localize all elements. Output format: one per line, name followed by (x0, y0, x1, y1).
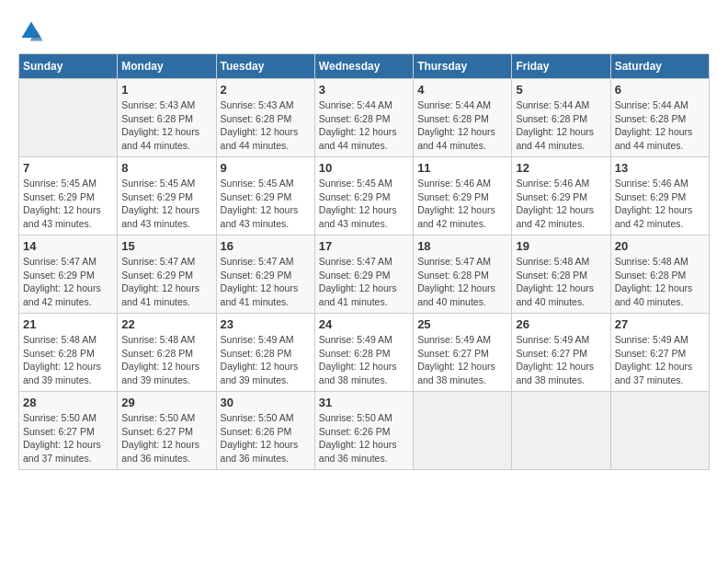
header-monday: Monday (118, 54, 216, 79)
day-info: Sunrise: 5:47 AM Sunset: 6:29 PM Dayligh… (319, 255, 409, 309)
day-number: 4 (417, 83, 507, 97)
calendar-cell: 5Sunrise: 5:44 AM Sunset: 6:28 PM Daylig… (512, 79, 610, 157)
day-number: 21 (23, 317, 113, 331)
calendar-cell: 30Sunrise: 5:50 AM Sunset: 6:26 PM Dayli… (216, 392, 314, 470)
day-number: 17 (319, 239, 409, 253)
calendar-cell: 8Sunrise: 5:45 AM Sunset: 6:29 PM Daylig… (118, 157, 216, 236)
header-thursday: Thursday (414, 54, 512, 79)
day-info: Sunrise: 5:49 AM Sunset: 6:27 PM Dayligh… (417, 333, 507, 387)
calendar-cell: 25Sunrise: 5:49 AM Sunset: 6:27 PM Dayli… (414, 314, 512, 392)
day-number: 28 (23, 396, 113, 409)
calendar-cell: 19Sunrise: 5:48 AM Sunset: 6:28 PM Dayli… (512, 236, 610, 314)
calendar-week-row: 1Sunrise: 5:43 AM Sunset: 6:28 PM Daylig… (19, 79, 710, 157)
day-info: Sunrise: 5:44 AM Sunset: 6:28 PM Dayligh… (417, 98, 507, 153)
calendar-cell: 12Sunrise: 5:46 AM Sunset: 6:29 PM Dayli… (512, 157, 610, 236)
calendar-cell: 13Sunrise: 5:46 AM Sunset: 6:29 PM Dayli… (610, 157, 709, 236)
calendar-cell: 3Sunrise: 5:44 AM Sunset: 6:28 PM Daylig… (314, 79, 413, 157)
calendar-cell (610, 392, 709, 470)
day-info: Sunrise: 5:50 AM Sunset: 6:26 PM Dayligh… (221, 411, 311, 465)
logo (18, 18, 46, 44)
calendar-cell: 24Sunrise: 5:49 AM Sunset: 6:28 PM Dayli… (314, 314, 413, 392)
calendar-cell: 26Sunrise: 5:49 AM Sunset: 6:27 PM Dayli… (512, 314, 610, 392)
day-number: 16 (221, 239, 311, 253)
calendar-week-row: 28Sunrise: 5:50 AM Sunset: 6:27 PM Dayli… (19, 392, 710, 470)
page-header (18, 18, 710, 44)
day-info: Sunrise: 5:45 AM Sunset: 6:29 PM Dayligh… (221, 177, 311, 231)
day-info: Sunrise: 5:50 AM Sunset: 6:26 PM Dayligh… (319, 411, 409, 465)
day-info: Sunrise: 5:48 AM Sunset: 6:28 PM Dayligh… (615, 255, 705, 309)
calendar-cell (414, 392, 512, 470)
day-info: Sunrise: 5:45 AM Sunset: 6:29 PM Dayligh… (23, 177, 113, 231)
day-number: 1 (121, 83, 211, 97)
calendar-cell: 21Sunrise: 5:48 AM Sunset: 6:28 PM Dayli… (19, 314, 118, 392)
day-number: 27 (615, 317, 705, 331)
day-number: 22 (121, 317, 211, 331)
calendar-cell: 18Sunrise: 5:47 AM Sunset: 6:28 PM Dayli… (414, 236, 512, 314)
day-number: 11 (417, 161, 507, 175)
day-number: 25 (417, 317, 507, 331)
calendar-cell: 6Sunrise: 5:44 AM Sunset: 6:28 PM Daylig… (610, 79, 709, 157)
calendar-week-row: 14Sunrise: 5:47 AM Sunset: 6:29 PM Dayli… (19, 236, 710, 314)
calendar-week-row: 7Sunrise: 5:45 AM Sunset: 6:29 PM Daylig… (19, 157, 710, 236)
header-wednesday: Wednesday (314, 54, 413, 79)
day-info: Sunrise: 5:47 AM Sunset: 6:29 PM Dayligh… (23, 255, 113, 309)
day-info: Sunrise: 5:49 AM Sunset: 6:27 PM Dayligh… (516, 333, 606, 387)
day-info: Sunrise: 5:45 AM Sunset: 6:29 PM Dayligh… (121, 177, 211, 231)
day-number: 31 (319, 396, 409, 409)
day-info: Sunrise: 5:47 AM Sunset: 6:29 PM Dayligh… (121, 255, 211, 309)
day-number: 29 (121, 396, 211, 409)
calendar-cell: 4Sunrise: 5:44 AM Sunset: 6:28 PM Daylig… (414, 79, 512, 157)
day-info: Sunrise: 5:44 AM Sunset: 6:28 PM Dayligh… (615, 98, 705, 153)
header-sunday: Sunday (19, 54, 118, 79)
calendar-cell: 15Sunrise: 5:47 AM Sunset: 6:29 PM Dayli… (118, 236, 216, 314)
day-number: 7 (23, 161, 113, 175)
day-info: Sunrise: 5:44 AM Sunset: 6:28 PM Dayligh… (319, 98, 409, 153)
day-number: 13 (615, 161, 705, 175)
day-info: Sunrise: 5:50 AM Sunset: 6:27 PM Dayligh… (23, 411, 113, 465)
day-number: 18 (417, 239, 507, 253)
day-number: 14 (23, 239, 113, 253)
calendar-cell: 20Sunrise: 5:48 AM Sunset: 6:28 PM Dayli… (610, 236, 709, 314)
day-info: Sunrise: 5:49 AM Sunset: 6:28 PM Dayligh… (221, 333, 311, 387)
calendar-cell: 27Sunrise: 5:49 AM Sunset: 6:27 PM Dayli… (610, 314, 709, 392)
day-info: Sunrise: 5:46 AM Sunset: 6:29 PM Dayligh… (615, 177, 705, 231)
day-number: 15 (121, 239, 211, 253)
calendar-cell: 11Sunrise: 5:46 AM Sunset: 6:29 PM Dayli… (414, 157, 512, 236)
day-number: 9 (221, 161, 311, 175)
day-info: Sunrise: 5:47 AM Sunset: 6:29 PM Dayligh… (221, 255, 311, 309)
calendar-table: SundayMondayTuesdayWednesdayThursdayFrid… (18, 53, 710, 470)
day-number: 23 (221, 317, 311, 331)
calendar-week-row: 21Sunrise: 5:48 AM Sunset: 6:28 PM Dayli… (19, 314, 710, 392)
calendar-cell: 29Sunrise: 5:50 AM Sunset: 6:27 PM Dayli… (118, 392, 216, 470)
day-info: Sunrise: 5:45 AM Sunset: 6:29 PM Dayligh… (319, 177, 409, 231)
day-info: Sunrise: 5:46 AM Sunset: 6:29 PM Dayligh… (417, 177, 507, 231)
day-info: Sunrise: 5:47 AM Sunset: 6:28 PM Dayligh… (417, 255, 507, 309)
day-info: Sunrise: 5:46 AM Sunset: 6:29 PM Dayligh… (516, 177, 606, 231)
logo-icon (18, 18, 44, 44)
day-number: 2 (221, 83, 311, 97)
day-number: 12 (516, 161, 606, 175)
day-number: 8 (121, 161, 211, 175)
day-number: 20 (615, 239, 705, 253)
day-number: 3 (319, 83, 409, 97)
calendar-cell: 28Sunrise: 5:50 AM Sunset: 6:27 PM Dayli… (19, 392, 118, 470)
calendar-cell (512, 392, 610, 470)
day-number: 30 (221, 396, 311, 409)
day-info: Sunrise: 5:48 AM Sunset: 6:28 PM Dayligh… (23, 333, 113, 387)
calendar-cell: 14Sunrise: 5:47 AM Sunset: 6:29 PM Dayli… (19, 236, 118, 314)
calendar-cell: 2Sunrise: 5:43 AM Sunset: 6:28 PM Daylig… (216, 79, 314, 157)
calendar-cell: 10Sunrise: 5:45 AM Sunset: 6:29 PM Dayli… (314, 157, 413, 236)
calendar-cell (19, 79, 118, 157)
day-info: Sunrise: 5:43 AM Sunset: 6:28 PM Dayligh… (221, 98, 311, 153)
calendar-cell: 16Sunrise: 5:47 AM Sunset: 6:29 PM Dayli… (216, 236, 314, 314)
day-number: 10 (319, 161, 409, 175)
calendar-cell: 9Sunrise: 5:45 AM Sunset: 6:29 PM Daylig… (216, 157, 314, 236)
calendar-cell: 23Sunrise: 5:49 AM Sunset: 6:28 PM Dayli… (216, 314, 314, 392)
calendar-cell: 17Sunrise: 5:47 AM Sunset: 6:29 PM Dayli… (314, 236, 413, 314)
day-number: 5 (516, 83, 606, 97)
header-saturday: Saturday (610, 54, 709, 79)
day-number: 26 (516, 317, 606, 331)
day-info: Sunrise: 5:50 AM Sunset: 6:27 PM Dayligh… (121, 411, 211, 465)
calendar-cell: 7Sunrise: 5:45 AM Sunset: 6:29 PM Daylig… (19, 157, 118, 236)
calendar-cell: 31Sunrise: 5:50 AM Sunset: 6:26 PM Dayli… (314, 392, 413, 470)
